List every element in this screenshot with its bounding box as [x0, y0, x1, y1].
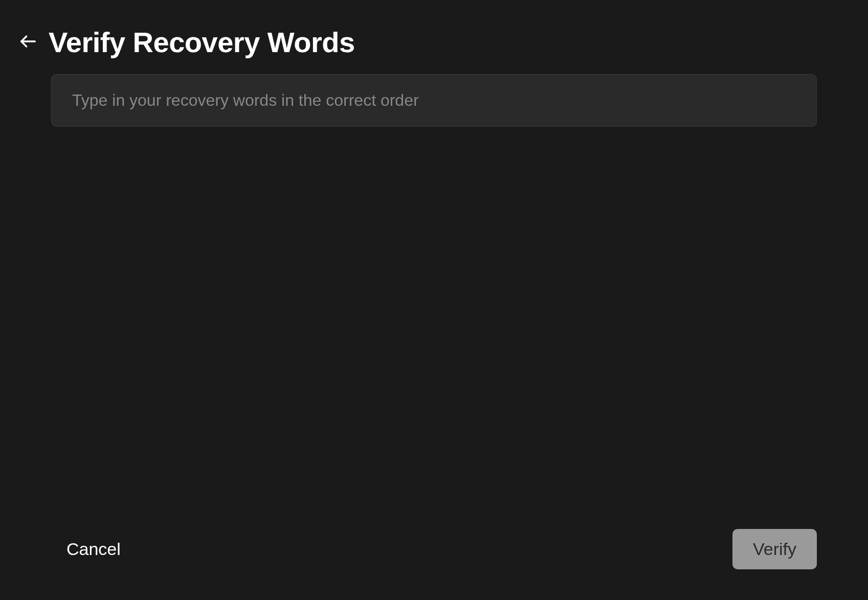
recovery-words-input[interactable]	[52, 75, 816, 126]
page-footer: Cancel Verify	[0, 529, 868, 569]
arrow-left-icon	[18, 31, 38, 53]
recovery-input-container	[51, 74, 817, 127]
page-header: Verify Recovery Words	[0, 0, 868, 74]
back-button[interactable]	[18, 31, 38, 53]
content-area	[0, 74, 868, 127]
verify-button[interactable]: Verify	[732, 529, 817, 569]
page-title: Verify Recovery Words	[49, 26, 355, 59]
cancel-button[interactable]: Cancel	[66, 534, 121, 564]
